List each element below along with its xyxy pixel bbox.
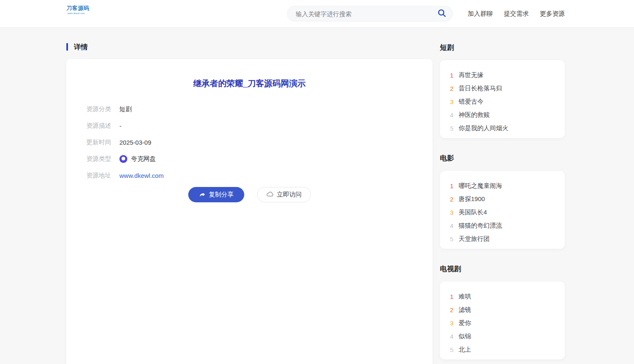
- search-bar: [287, 6, 453, 22]
- top-header: 刀客源码 www.dkewl.com 加入群聊 提交需求 更多资源: [0, 0, 634, 28]
- site-logo-title: 刀客源码: [66, 5, 86, 12]
- field-label: 资源地址: [86, 172, 112, 180]
- rank-number: 4: [449, 222, 454, 229]
- rank-number: 3: [449, 320, 454, 327]
- rank-label: 爱你: [459, 319, 471, 327]
- list-item[interactable]: 5 北上: [440, 343, 565, 356]
- list-item[interactable]: 1 难哄: [440, 290, 565, 303]
- rank-label: 美国队长4: [459, 209, 487, 216]
- list-item[interactable]: 4 似锦: [440, 330, 565, 343]
- rank-label: 似锦: [459, 332, 471, 340]
- rank-label: 错爱古今: [459, 98, 483, 106]
- rank-number: 2: [449, 306, 454, 313]
- field-description: 资源描述 -: [86, 121, 413, 131]
- page-content: 详情 继承者的荣耀_刀客源码网演示 资源分类 短剧 资源描述 - 更新时间 20…: [0, 43, 634, 364]
- nav-more-resources[interactable]: 更多资源: [540, 10, 565, 18]
- sidebar-section-title: 电视剧: [440, 264, 565, 274]
- rank-number: 5: [449, 346, 454, 353]
- list-item[interactable]: 3 美国队长4: [440, 206, 565, 219]
- rank-number: 4: [449, 112, 454, 119]
- field-value: 2025-03-09: [119, 139, 151, 146]
- search-input[interactable]: [296, 10, 437, 17]
- rank-number: 2: [449, 196, 454, 203]
- search-button[interactable]: [437, 8, 447, 19]
- nav-join-group[interactable]: 加入群聊: [468, 10, 493, 18]
- detail-column: 详情 继承者的荣耀_刀客源码网演示 资源分类 短剧 资源描述 - 更新时间 20…: [66, 43, 432, 364]
- accent-bar: [66, 43, 68, 51]
- rank-label: 你是我的人间烟火: [459, 124, 508, 132]
- list-item[interactable]: 1 哪吒之魔童闹海: [440, 179, 565, 192]
- sidebar-section-title: 电影: [440, 153, 565, 163]
- visit-now-label: 立即访问: [277, 191, 302, 199]
- ranking-card: 1 难哄 2 滤镜 3 爱你 4 似锦 5 北上: [440, 281, 565, 359]
- field-label: 资源描述: [86, 122, 112, 130]
- detail-section-title: 详情: [74, 42, 88, 52]
- detail-section-head: 详情: [66, 43, 432, 51]
- site-logo-url: www.dkewl.com: [66, 12, 86, 15]
- detail-card: 继承者的荣耀_刀客源码网演示 资源分类 短剧 资源描述 - 更新时间 2025-…: [66, 59, 432, 364]
- rank-number: 4: [449, 333, 454, 340]
- field-resource-type: 资源类型 夸克网盘: [86, 154, 413, 164]
- list-item[interactable]: 2 昔日长枪落马归: [440, 82, 565, 95]
- ranking-card: 1 再世无缘 2 昔日长枪落马归 3 错爱古今 4 神医的救赎 5 你是我的: [440, 60, 565, 138]
- rank-number: 1: [449, 72, 454, 79]
- list-item[interactable]: 2 滤镜: [440, 303, 565, 316]
- list-item[interactable]: 1 再世无缘: [440, 68, 565, 82]
- sidebar-section-duanju: 短剧 1 再世无缘 2 昔日长枪落马归 3 错爱古今 4 神医的救赎: [440, 43, 565, 138]
- copy-share-label: 复制分享: [209, 191, 234, 199]
- resource-url-link[interactable]: www.dkewl.com: [119, 172, 164, 179]
- list-item[interactable]: 4 神医的救赎: [440, 108, 565, 121]
- rank-label: 天堂旅行团: [459, 235, 490, 243]
- field-label: 更新时间: [86, 138, 112, 146]
- copy-share-button[interactable]: 复制分享: [188, 187, 244, 202]
- rank-number: 1: [449, 182, 454, 189]
- rank-number: 3: [449, 98, 454, 105]
- share-arrow-icon: [199, 191, 206, 199]
- rank-label: 神医的救赎: [459, 111, 490, 119]
- rank-label: 猫猫的奇幻漂流: [459, 222, 502, 230]
- rank-number: 1: [449, 293, 454, 300]
- field-category: 资源分类 短剧: [86, 104, 413, 114]
- nav-submit-request[interactable]: 提交需求: [504, 10, 529, 18]
- header-nav: 加入群聊 提交需求 更多资源: [468, 0, 565, 28]
- rank-label: 再世无缘: [459, 71, 483, 79]
- rank-number: 5: [449, 125, 454, 132]
- rank-number: 3: [449, 209, 454, 216]
- sidebar-section-title: 短剧: [440, 43, 565, 52]
- rank-label: 哪吒之魔童闹海: [459, 182, 502, 190]
- ranking-sidebar: 短剧 1 再世无缘 2 昔日长枪落马归 3 错爱古今 4 神医的救赎: [440, 43, 565, 364]
- ranking-card: 1 哪吒之魔童闹海 2 唐探1900 3 美国队长4 4 猫猫的奇幻漂流 5: [440, 171, 565, 249]
- rank-label: 唐探1900: [459, 195, 485, 203]
- field-label: 资源分类: [86, 105, 112, 113]
- rank-label: 北上: [459, 346, 471, 354]
- list-item[interactable]: 3 爱你: [440, 316, 565, 330]
- sidebar-section-movies: 电影 1 哪吒之魔童闹海 2 唐探1900 3 美国队长4 4 猫猫的奇幻漂流: [440, 153, 565, 249]
- list-item[interactable]: 5 天堂旅行团: [440, 232, 565, 245]
- rank-number: 2: [449, 85, 454, 92]
- field-value: -: [119, 122, 121, 129]
- quark-netdisk-icon: [119, 155, 127, 163]
- action-buttons: 复制分享 立即访问: [86, 187, 413, 202]
- rank-label: 昔日长枪落马归: [459, 85, 502, 92]
- rank-label: 滤镜: [459, 306, 471, 314]
- list-item[interactable]: 5 你是我的人间烟火: [440, 121, 565, 135]
- field-value: 夸克网盘: [131, 155, 156, 163]
- rank-number: 5: [449, 235, 454, 243]
- sidebar-section-tv: 电视剧 1 难哄 2 滤镜 3 爱你 4 似锦: [440, 264, 565, 359]
- field-label: 资源类型: [86, 155, 112, 163]
- field-resource-url: 资源地址 www.dkewl.com: [86, 170, 413, 180]
- field-update-time: 更新时间 2025-03-09: [86, 137, 413, 147]
- field-value: 短剧: [119, 105, 132, 113]
- site-logo[interactable]: 刀客源码 www.dkewl.com: [66, 5, 86, 15]
- rank-label: 难哄: [459, 293, 471, 301]
- visit-now-button[interactable]: 立即访问: [257, 187, 311, 202]
- list-item[interactable]: 3 错爱古今: [440, 95, 565, 108]
- list-item[interactable]: 4 猫猫的奇幻漂流: [440, 219, 565, 232]
- cloud-icon: [266, 191, 274, 198]
- search-icon: [437, 8, 447, 19]
- resource-title: 继承者的荣耀_刀客源码网演示: [86, 78, 413, 89]
- list-item[interactable]: 2 唐探1900: [440, 192, 565, 206]
